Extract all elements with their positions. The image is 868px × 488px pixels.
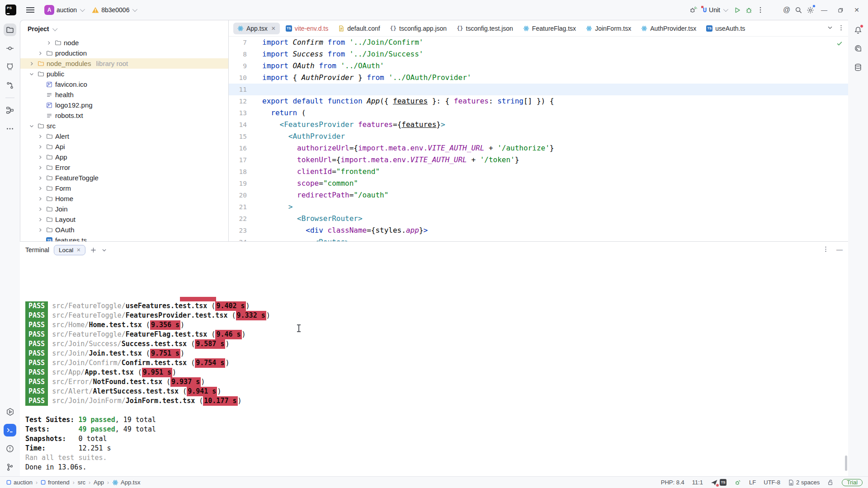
tree-item-app[interactable]: App (20, 152, 228, 162)
typescript-service-status[interactable]: TS (711, 479, 726, 486)
tree-item-features-ts[interactable]: TSfeatures.ts (20, 235, 228, 241)
tabs-dropdown-icon[interactable] (827, 24, 833, 32)
chevron-right-icon[interactable] (37, 50, 43, 56)
php-version[interactable]: PHP: 8.4 (661, 479, 684, 486)
terminal-tab-local[interactable]: Local ✕ (54, 245, 86, 255)
indent-config[interactable]: 2 spaces (788, 479, 820, 486)
file-encoding[interactable]: UTF-8 (764, 479, 780, 486)
line-number[interactable]: 23 (229, 225, 262, 236)
line-number[interactable]: 19 (229, 178, 262, 189)
tree-item-robots-txt[interactable]: robots.txt (20, 110, 228, 121)
editor-tab-default-conf[interactable]: default.conf (334, 23, 384, 34)
chevron-down-icon[interactable] (28, 71, 35, 77)
problems-tool-icon[interactable] (4, 442, 16, 455)
tree-item-logo192-png[interactable]: logo192.png (20, 100, 228, 110)
tree-item-featuretoggle[interactable]: FeatureToggle (20, 173, 228, 183)
chevron-right-icon[interactable] (37, 216, 43, 223)
hide-terminal-icon[interactable]: — (836, 246, 843, 254)
editor-tab-tsconfig-test-json[interactable]: {}tsconfig.test.json (453, 23, 517, 34)
caret-position[interactable]: 11:1 (692, 479, 703, 486)
run-configuration-selector[interactable]: U Unit (700, 5, 730, 15)
line-number[interactable]: 17 (229, 154, 262, 166)
line-number[interactable]: 22 (229, 213, 262, 225)
line-number[interactable]: 16 (229, 142, 262, 154)
trial-badge[interactable]: Trial (842, 479, 863, 486)
vcs-graph-icon[interactable] (4, 79, 16, 92)
tree-item-layout[interactable]: Layout (20, 214, 228, 225)
breadcrumb-item-auction[interactable]: auction (6, 479, 33, 486)
tree-item-error[interactable]: Error (20, 162, 228, 173)
close-button[interactable]: ✕ (850, 4, 863, 16)
tree-item-api[interactable]: Api (20, 141, 228, 152)
editor-tab-featureflag-tsx[interactable]: FeatureFlag.tsx (519, 23, 580, 34)
breadcrumb-item-app[interactable]: App (94, 479, 104, 486)
chevron-right-icon[interactable] (37, 164, 43, 171)
chevron-right-icon[interactable] (37, 196, 43, 202)
tree-item-home[interactable]: Home (20, 193, 228, 204)
database-tool-icon[interactable] (852, 61, 864, 73)
search-everywhere-icon[interactable] (794, 5, 803, 14)
chevron-down-icon[interactable] (28, 123, 35, 129)
commit-tool-icon[interactable] (4, 42, 16, 55)
terminal-dropdown-icon[interactable] (101, 247, 107, 253)
run-button[interactable] (732, 5, 741, 14)
editor-tab-joinform-tsx[interactable]: JoinForm.tsx (582, 23, 635, 34)
minimize-button[interactable]: — (817, 4, 831, 16)
main-menu-icon[interactable] (26, 7, 34, 13)
chevron-right-icon[interactable] (37, 154, 43, 160)
editor-tab-authprovider-tsx[interactable]: AuthProvider.tsx (637, 23, 700, 34)
line-number[interactable]: 21 (229, 201, 262, 213)
chevron-right-icon[interactable] (46, 40, 52, 46)
ai-assistant-tool-icon[interactable] (852, 43, 864, 55)
close-tab-icon[interactable]: ✕ (271, 25, 276, 32)
line-number[interactable]: 13 (229, 107, 262, 119)
project-panel-header[interactable]: Project (20, 20, 228, 38)
chevron-right-icon[interactable] (37, 175, 43, 181)
line-number[interactable]: 24 (229, 236, 262, 241)
line-number[interactable]: 14 (229, 119, 262, 131)
line-number[interactable]: 20 (229, 189, 262, 201)
tree-item-public[interactable]: public (20, 69, 228, 79)
tree-item-node-modules[interactable]: node_moduleslibrary root (20, 58, 228, 69)
chevron-right-icon[interactable] (37, 227, 43, 233)
editor-tab-vite-env-d-ts[interactable]: TSvite-env.d.ts (282, 23, 332, 34)
project-tool-icon[interactable] (4, 23, 16, 36)
editor-tab-useauth-ts[interactable]: TSuseAuth.ts (702, 23, 749, 34)
chevron-right-icon[interactable] (37, 206, 43, 212)
settings-gear-icon[interactable] (806, 5, 815, 14)
line-number[interactable]: 15 (229, 131, 262, 142)
debug-button[interactable] (744, 5, 753, 14)
maximize-button[interactable] (834, 4, 847, 16)
breadcrumb-item-app-tsx[interactable]: App.tsx (112, 479, 140, 486)
tree-item-node[interactable]: node (20, 38, 228, 48)
github-pull-requests-icon[interactable] (4, 61, 16, 73)
lock-icon[interactable] (827, 479, 834, 486)
line-separator[interactable]: LF (749, 479, 756, 486)
ai-assistant-icon[interactable]: @ (782, 5, 791, 14)
tree-item-src[interactable]: src (20, 121, 228, 131)
notifications-bell-icon[interactable] (852, 24, 864, 36)
line-number[interactable]: 12 (229, 95, 262, 107)
tree-item-favicon-ico[interactable]: favicon.ico (20, 79, 228, 89)
tree-item-oauth[interactable]: OAuth (20, 225, 228, 235)
run-tool-icon[interactable] (4, 405, 16, 418)
line-number[interactable]: 18 (229, 166, 262, 178)
chevron-right-icon[interactable] (28, 61, 35, 67)
tree-item-production[interactable]: production (20, 48, 228, 58)
terminal-scrollbar[interactable] (845, 455, 847, 471)
line-number[interactable]: 11 (229, 84, 262, 95)
code-editor[interactable]: 7import Confirm from '../Join/Confirm'8i… (229, 37, 848, 241)
project-widget[interactable]: A auction (42, 3, 86, 17)
terminal-output[interactable]: PASSsrc/FeatureToggle/useFeatures.test.t… (20, 258, 848, 476)
chevron-right-icon[interactable] (37, 185, 43, 192)
line-number[interactable]: 7 (229, 37, 262, 48)
vcs-widget[interactable]: 8b3e0006 (89, 5, 139, 15)
terminal-options-icon[interactable] (822, 246, 829, 254)
editor-tab-app-tsx[interactable]: App.tsx✕ (233, 23, 280, 34)
profiler-status-icon[interactable] (734, 479, 741, 486)
tree-item-join[interactable]: Join (20, 204, 228, 214)
more-actions-icon[interactable] (756, 5, 765, 14)
line-number[interactable]: 8 (229, 48, 262, 60)
tabs-options-icon[interactable] (838, 24, 844, 33)
new-terminal-icon[interactable] (90, 247, 97, 253)
